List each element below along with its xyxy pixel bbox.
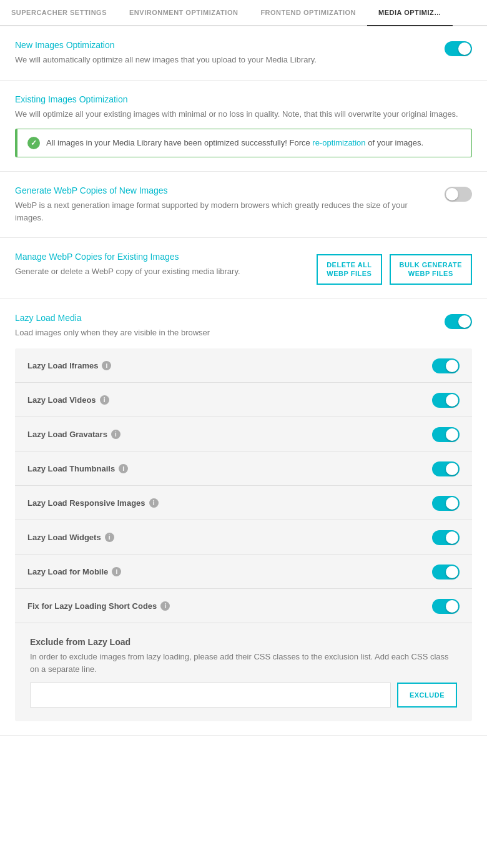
lazy-mobile-info-icon[interactable]: i xyxy=(112,567,121,576)
tab-navigation: SUPERCACHER SETTINGS ENVIRONMENT OPTIMIZ… xyxy=(0,0,487,26)
success-text: All images in your Media Library have be… xyxy=(46,137,423,149)
tab-frontend[interactable]: FRONTEND OPTIMIZATION xyxy=(249,0,367,26)
tab-media[interactable]: MEDIA OPTIMIZ… xyxy=(367,0,453,26)
new-images-section: New Images Optimization We will automati… xyxy=(0,26,487,81)
lazy-load-toggle[interactable] xyxy=(445,314,472,329)
lazy-widgets-row: Lazy Load Widgets i xyxy=(15,520,472,555)
lazy-iframes-info-icon[interactable]: i xyxy=(102,361,111,370)
lazy-videos-info-icon[interactable]: i xyxy=(100,395,109,405)
exclude-section: Exclude from Lazy Load In order to exclu… xyxy=(15,623,472,721)
exclude-button[interactable]: EXCLUDE xyxy=(397,683,457,708)
exclude-title: Exclude from Lazy Load xyxy=(30,637,457,647)
lazy-widgets-info-icon[interactable]: i xyxy=(105,533,114,542)
lazy-iframes-row: Lazy Load Iframes i xyxy=(15,348,472,383)
exclude-desc: In order to exclude images from lazy loa… xyxy=(30,651,457,675)
lazy-thumbnails-row: Lazy Load Thumbnails i xyxy=(15,451,472,486)
lazy-responsive-toggle[interactable] xyxy=(432,496,460,511)
lazy-iframes-label: Lazy Load Iframes i xyxy=(27,361,111,370)
lazy-mobile-toggle[interactable] xyxy=(432,565,460,579)
generate-webp-section: Generate WebP Copies of New Images WebP … xyxy=(0,172,487,238)
lazy-responsive-row: Lazy Load Responsive Images i xyxy=(15,486,472,520)
lazy-thumbnails-toggle[interactable] xyxy=(432,461,460,476)
lazy-shortcodes-info-icon[interactable]: i xyxy=(160,601,170,611)
new-images-title: New Images Optimization xyxy=(15,40,432,50)
lazy-responsive-info-icon[interactable]: i xyxy=(149,498,159,508)
lazy-load-title: Lazy Load Media xyxy=(15,313,432,323)
lazy-load-options: Lazy Load Iframes i Lazy Load Videos i L… xyxy=(15,348,472,721)
existing-images-desc: We will optimize all your existing image… xyxy=(15,108,472,121)
generate-webp-title: Generate WebP Copies of New Images xyxy=(15,185,432,195)
lazy-videos-toggle[interactable] xyxy=(432,393,460,408)
exclude-row: EXCLUDE xyxy=(30,683,457,708)
lazy-videos-row: Lazy Load Videos i xyxy=(15,383,472,417)
lazy-load-desc: Load images only when they are visible i… xyxy=(15,327,432,339)
lazy-widgets-label: Lazy Load Widgets i xyxy=(27,533,114,542)
manage-webp-section: Manage WebP Copies for Existing Images G… xyxy=(0,238,487,299)
lazy-shortcodes-toggle[interactable] xyxy=(432,599,460,614)
lazy-mobile-row: Lazy Load for Mobile i xyxy=(15,555,472,589)
bulk-generate-webp-button[interactable]: BULK GENERATE WEBP FILES xyxy=(390,254,472,285)
existing-images-title: Existing Images Optimization xyxy=(15,94,472,104)
new-images-toggle[interactable] xyxy=(445,41,472,56)
success-box: ✓ All images in your Media Library have … xyxy=(15,129,472,157)
re-optimization-link[interactable]: re-optimization xyxy=(312,138,365,147)
tab-environment[interactable]: ENVIRONMENT OPTIMIZATION xyxy=(118,0,249,26)
lazy-thumbnails-label: Lazy Load Thumbnails i xyxy=(27,464,128,473)
lazy-responsive-label: Lazy Load Responsive Images i xyxy=(27,498,159,508)
success-icon: ✓ xyxy=(27,137,40,149)
generate-webp-toggle[interactable] xyxy=(445,187,472,202)
lazy-thumbnails-info-icon[interactable]: i xyxy=(119,464,128,473)
lazy-gravatars-row: Lazy Load Gravatars i xyxy=(15,417,472,451)
new-images-desc: We will automatically optimize all new i… xyxy=(15,54,432,66)
lazy-load-section: Lazy Load Media Load images only when th… xyxy=(0,299,487,736)
existing-images-section: Existing Images Optimization We will opt… xyxy=(0,81,487,172)
lazy-videos-label: Lazy Load Videos i xyxy=(27,395,109,405)
delete-webp-button[interactable]: DELETE ALL WEBP FILES xyxy=(317,254,381,285)
manage-webp-title: Manage WebP Copies for Existing Images xyxy=(15,252,304,262)
lazy-gravatars-info-icon[interactable]: i xyxy=(111,430,121,439)
tab-supercacher[interactable]: SUPERCACHER SETTINGS xyxy=(0,0,118,26)
lazy-widgets-toggle[interactable] xyxy=(432,530,460,545)
manage-webp-desc: Generate or delete a WebP copy of your e… xyxy=(15,265,304,278)
webp-buttons: DELETE ALL WEBP FILES BULK GENERATE WEBP… xyxy=(317,254,472,285)
lazy-shortcodes-label: Fix for Lazy Loading Short Codes i xyxy=(27,601,170,611)
lazy-gravatars-toggle[interactable] xyxy=(432,427,460,442)
lazy-gravatars-label: Lazy Load Gravatars i xyxy=(27,430,121,439)
generate-webp-desc: WebP is a next generation image format s… xyxy=(15,199,432,224)
lazy-iframes-toggle[interactable] xyxy=(432,358,460,373)
lazy-shortcodes-row: Fix for Lazy Loading Short Codes i xyxy=(15,589,472,623)
exclude-input[interactable] xyxy=(30,683,391,708)
lazy-mobile-label: Lazy Load for Mobile i xyxy=(27,567,121,576)
